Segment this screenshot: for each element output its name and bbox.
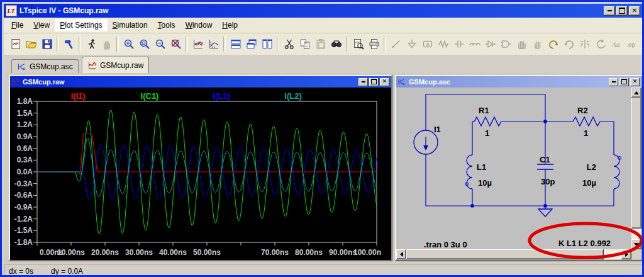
tab-label: GSMcup.asc [30, 62, 73, 71]
schematic-window-title: GSMcup.asc [409, 78, 450, 86]
find-button[interactable] [328, 36, 344, 52]
tab-gsmcup.asc[interactable]: GSMcup.asc [11, 59, 79, 73]
svg-text:80.00ns: 80.00ns [295, 248, 323, 257]
close-button[interactable]: ✕ [629, 6, 640, 16]
svg-text:.op: .op [626, 42, 635, 48]
undo-icon [547, 38, 560, 50]
menu-item-tools[interactable]: Tools [153, 19, 180, 31]
status-bar: dx = 0s dy = 0.0A [4, 264, 642, 277]
save-button[interactable] [39, 36, 55, 52]
menu-item-plot-settings[interactable]: Plot Settings [55, 19, 107, 31]
new-schematic-button[interactable] [8, 36, 23, 52]
zoom-in-icon [123, 38, 135, 50]
app-logo-icon[interactable]: LT [6, 5, 17, 16]
autorange-button[interactable] [190, 36, 206, 52]
wire-button [388, 36, 404, 52]
menu-item-simulation[interactable]: Simulation [108, 19, 153, 31]
schematic-window-icon [397, 77, 406, 86]
capacitor-icon [453, 38, 465, 50]
component-button [498, 36, 514, 52]
hscroll-thumb[interactable] [406, 249, 604, 259]
waveform-plot-area[interactable]: I(I1)I(C1)I(L1)I(L2)1.8A1.5A1.2A0.9A0.6A… [10, 88, 391, 260]
svg-text:40.00ns: 40.00ns [159, 248, 187, 257]
wire-junction [544, 205, 547, 208]
menu-item-window[interactable]: Window [180, 19, 218, 31]
minimize-button[interactable] [604, 6, 615, 16]
menu-item-view[interactable]: View [28, 19, 55, 31]
label-L1: L1 [477, 162, 486, 172]
toolbar-separator [186, 37, 188, 52]
legend-I(L1)[interactable]: I(L1) [213, 91, 230, 101]
value-R2: 1 [584, 128, 588, 138]
zoom-full-button[interactable] [168, 36, 184, 52]
zoom-out-icon [154, 38, 167, 50]
label-I1: I1 [434, 125, 441, 134]
value-C1: 30p [541, 177, 555, 186]
run-button[interactable] [83, 36, 99, 52]
legend-I(C1)[interactable]: I(C1) [141, 91, 159, 101]
tile-vertical-button[interactable] [259, 36, 275, 52]
scroll-down-button[interactable] [631, 239, 641, 249]
print-icon [368, 38, 380, 50]
label-R2: R2 [577, 106, 588, 115]
net-label-icon: A [421, 38, 434, 50]
mirror-icon [579, 38, 591, 50]
copy-button[interactable] [297, 36, 313, 52]
cascade-icon [245, 38, 258, 50]
svg-text:70.00ns: 70.00ns [261, 248, 289, 257]
value-L1: 10µ [478, 178, 492, 188]
tab-bar: GSMcup.ascGSMcup.raw [4, 55, 642, 73]
toolbar-separator [223, 37, 226, 52]
control-panel-button[interactable] [61, 36, 77, 52]
cascade-button[interactable] [243, 36, 259, 52]
svg-text:50.00ns: 50.00ns [193, 248, 221, 257]
find-icon [330, 38, 343, 50]
tile-horizontal-button[interactable] [228, 36, 243, 52]
legend-I(L2)[interactable]: I(L2) [284, 91, 301, 101]
control-panel-icon [63, 38, 75, 50]
vscroll-thumb[interactable] [631, 98, 641, 229]
scroll-right-button[interactable] [621, 249, 631, 259]
zoom-in-button[interactable] [121, 36, 136, 52]
zoom-full-icon [170, 38, 182, 50]
print-preview-button[interactable] [350, 36, 366, 52]
toolbar-separator [277, 37, 279, 52]
undo-button[interactable] [545, 36, 561, 52]
schematic-hscrollbar[interactable] [396, 249, 631, 259]
scroll-left-button[interactable] [396, 249, 406, 259]
open-button[interactable] [23, 36, 39, 52]
toolbar-separator [384, 37, 386, 52]
inductor-button [467, 36, 482, 52]
zoom-area-button[interactable] [136, 36, 152, 52]
schematic-canvas[interactable]: I1R11R21L110µC130pL210µ.tran 0 3u 0K L1 … [396, 88, 641, 260]
waveform-maximize-button[interactable] [369, 78, 379, 86]
plot-settings-button[interactable] [206, 36, 221, 52]
halt-button [99, 36, 114, 52]
legend-I(I1)[interactable]: I(I1) [70, 91, 85, 101]
zoom-out-button[interactable] [152, 36, 168, 52]
tile-horizontal-icon [230, 38, 242, 50]
diode-icon [484, 38, 497, 50]
svg-text:100.00n: 100.00n [353, 248, 381, 257]
schematic-vscrollbar[interactable] [631, 88, 641, 249]
resistor-R1 [474, 117, 501, 126]
waveform-minimize-button[interactable] [358, 78, 368, 86]
menu-item-help[interactable]: Help [217, 19, 243, 31]
svg-text:0.6A: 0.6A [17, 144, 33, 153]
tab-gsmcup.raw[interactable]: GSMcup.raw [82, 57, 149, 73]
svg-text:20.00ns: 20.00ns [91, 248, 119, 257]
maximize-button[interactable] [616, 6, 628, 16]
scroll-up-button[interactable] [631, 88, 641, 98]
print-button[interactable] [366, 36, 382, 52]
waveform-close-button[interactable]: ✕ [380, 78, 389, 86]
schematic-maximize-button[interactable] [619, 78, 629, 86]
value-R1: 1 [485, 128, 489, 138]
schematic-minimize-button[interactable] [609, 78, 618, 86]
cut-button[interactable] [281, 36, 297, 52]
title-bar: LT LTspice IV - GSMcup.raw ✕ [4, 4, 642, 18]
svg-text:-0.6A: -0.6A [14, 191, 33, 200]
menu-item-file[interactable]: File [6, 19, 28, 31]
plot-settings-icon [208, 38, 220, 50]
schematic-close-button[interactable]: ✕ [630, 78, 640, 86]
toolbar-separator [79, 37, 81, 52]
